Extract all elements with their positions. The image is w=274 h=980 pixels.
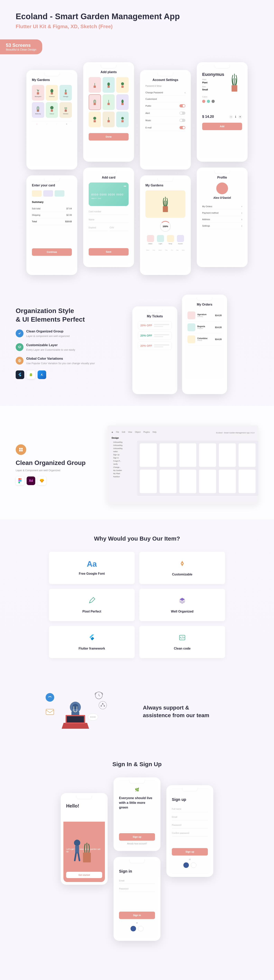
svg-rect-19 <box>108 120 109 122</box>
svg-rect-29 <box>19 450 21 452</box>
feature-item: Clean Organized GroupLayer & component a… <box>16 329 120 338</box>
flutter-icon <box>88 634 96 643</box>
svg-point-39 <box>49 696 49 697</box>
why-card-font: AaFree Google Font <box>49 552 135 584</box>
screen-title: Profile <box>217 176 227 179</box>
sketch-icon <box>38 476 46 485</box>
hero-subtitle: Flutter UI Kit & Figma, XD, Sketch (Free… <box>16 24 258 30</box>
continue-button: Continue <box>32 248 72 256</box>
svg-point-6 <box>50 106 54 109</box>
nav-profile: ◉ <box>66 123 67 125</box>
product-name: Euonymus <box>202 72 224 77</box>
add-cart-button: Add <box>202 123 242 130</box>
toggle-email <box>179 126 185 129</box>
google-icon <box>191 862 196 868</box>
support-section: Always support &assistence from our team <box>0 674 274 749</box>
screen-title: My Gardens <box>146 184 163 187</box>
check-icon <box>16 329 24 337</box>
phone-my-gardens: My Gardens Backyard Outdoor Garage Balco… <box>27 70 77 170</box>
svg-point-40 <box>50 696 51 697</box>
nav-bar: ⌂ ○ ▫ ◉ <box>32 121 72 127</box>
nav-home: ⌂ <box>36 123 37 125</box>
svg-rect-4 <box>37 109 39 111</box>
globe-icon <box>16 357 24 364</box>
stack-icon <box>178 597 186 606</box>
toggle-music <box>179 119 185 122</box>
xd-icon: Xd <box>27 476 35 485</box>
svg-rect-7 <box>65 109 67 111</box>
feature-item: Customizable LayerEvery Layer are Custom… <box>16 343 120 352</box>
svg-point-55 <box>74 840 80 846</box>
get-started-button: Get started <box>66 872 102 878</box>
hero-section: Ecoland - Smart Garden Management App Fl… <box>0 0 274 62</box>
color-option <box>207 100 210 103</box>
pencil-icon <box>88 597 96 606</box>
toggle-alert <box>179 111 185 115</box>
svg-point-12 <box>121 82 124 85</box>
svg-point-36 <box>182 563 183 564</box>
svg-point-52 <box>90 717 92 718</box>
phone-hello: Hello! Let's get your new smart garden s… <box>61 793 108 885</box>
figma-app-window: ◆ File Edit View Object Plugins Help Eco… <box>108 425 258 504</box>
qty-minus: − <box>229 115 233 119</box>
svg-rect-20 <box>121 120 124 122</box>
layers-icon <box>16 343 24 351</box>
svg-rect-57 <box>83 853 91 862</box>
organization-section: Organization Style& UI Elements Perfect … <box>0 291 274 406</box>
add-button: Done <box>89 133 128 140</box>
garden-card: Garage <box>60 85 72 100</box>
svg-rect-8 <box>94 86 96 88</box>
avatar <box>216 183 228 194</box>
phone-signup: Sign up Full name Email Password Confirm… <box>166 785 213 877</box>
flutter-icon <box>16 371 24 379</box>
hello-title: Hello! <box>66 799 102 813</box>
why-title: Why Would you Buy Our Item? <box>20 535 255 542</box>
figma-desc: Layer & Component are well Organized <box>16 469 96 472</box>
signin-title: Sign In & Sign Up <box>16 761 258 768</box>
svg-point-31 <box>18 478 20 480</box>
price: $ 14.20 <box>202 115 214 119</box>
android-icon <box>27 371 35 379</box>
svg-point-34 <box>20 480 22 482</box>
phone-settings: Account Settings Password & Setup Change… <box>140 70 191 170</box>
signin-section: Sign In & Sign Up Hello! Let's get your … <box>0 749 274 960</box>
facebook-icon <box>184 862 189 868</box>
svg-point-25 <box>30 374 30 374</box>
support-illustration <box>24 686 131 737</box>
onboard-title: Everyone should live with a little more … <box>119 796 155 810</box>
svg-rect-17 <box>94 120 96 122</box>
svg-point-45 <box>101 705 102 706</box>
svg-point-46 <box>104 705 105 706</box>
pen-icon <box>178 560 186 569</box>
screen-title: Add plants <box>101 70 117 74</box>
phone-add-plants: Add plants Done <box>83 62 134 162</box>
svg-point-43 <box>99 701 107 709</box>
svg-point-2 <box>51 89 54 92</box>
svg-point-10 <box>107 83 110 86</box>
signin-label: Sign in <box>119 869 155 873</box>
svg-point-53 <box>93 717 93 718</box>
figma-section: Clean Organized Group Layer & Component … <box>0 406 274 520</box>
qty-plus: + <box>238 115 242 119</box>
svg-rect-14 <box>108 103 109 105</box>
svg-point-32 <box>20 478 22 480</box>
support-text: Always support &assistence from our team <box>143 704 250 719</box>
figma-canvas <box>137 441 258 496</box>
garden-card: Outdoor <box>46 85 58 100</box>
why-card-flutter: Flutter framework <box>49 626 135 658</box>
svg-rect-27 <box>19 448 21 449</box>
svg-rect-22 <box>163 206 168 212</box>
phone-profile: Profile Alex O'Daniel My Orders› Payment… <box>197 167 247 267</box>
toggle-public <box>179 104 185 107</box>
svg-rect-5 <box>51 109 53 111</box>
phone-onboard: 🌿 Everyone should live with a little mor… <box>114 777 160 851</box>
signup-button: Sign up <box>119 833 155 841</box>
figma-title: Clean Organized Group <box>16 459 96 467</box>
confirm-field: Confirm password <box>172 830 208 836</box>
svg-rect-50 <box>67 716 84 722</box>
screens-badge: 53 Screens Beautiful & Clean Design <box>0 40 42 54</box>
group-icon <box>16 444 26 455</box>
svg-rect-23 <box>232 85 238 92</box>
email-field: Email <box>119 878 155 884</box>
font-icon: Aa <box>87 560 97 568</box>
